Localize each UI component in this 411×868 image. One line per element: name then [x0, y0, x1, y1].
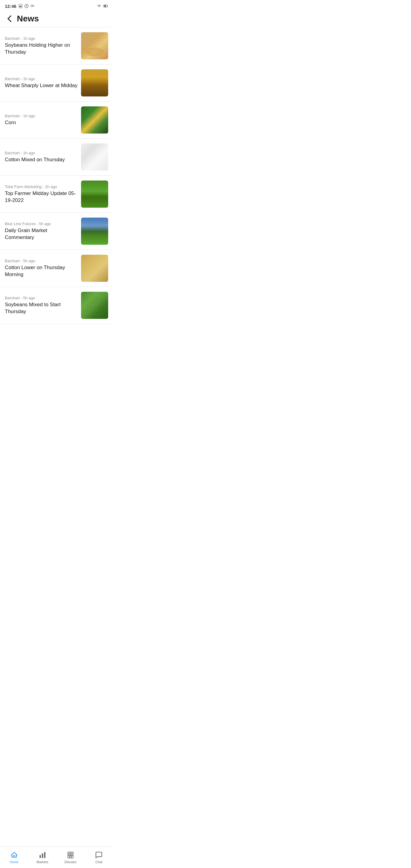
news-content-6: Blue Line Futures - 5h ago Daily Grain M…: [5, 221, 81, 241]
news-thumbnail-6: [81, 218, 108, 245]
news-item-8[interactable]: Barchart - 5h ago Soybeans Mixed to Star…: [0, 287, 113, 324]
news-title-3: Corn: [5, 119, 77, 126]
svg-rect-10: [107, 6, 108, 7]
status-bar: 12:46: [0, 0, 113, 11]
svg-point-5: [31, 5, 33, 7]
key-icon: [30, 4, 35, 8]
news-content-4: Barchart - 1h ago Cotton Mixed on Thursd…: [5, 151, 81, 163]
news-title-6: Daily Grain Market Commentary: [5, 227, 77, 241]
page-header: News: [0, 11, 113, 27]
news-image-8: [81, 292, 108, 319]
news-image-7: [81, 255, 108, 282]
news-content-3: Barchart - 1h ago Corn: [5, 114, 81, 126]
news-image-4: [81, 144, 108, 170]
news-title-4: Cotton Mixed on Thursday: [5, 156, 77, 163]
news-thumbnail-7: [81, 255, 108, 282]
news-item-5[interactable]: Total Farm Marketing - 2h ago Top Farmer…: [0, 176, 113, 213]
news-item-3[interactable]: Barchart - 1h ago Corn: [0, 101, 113, 138]
news-thumbnail-2: [81, 69, 108, 96]
news-thumbnail-1: [81, 32, 108, 59]
news-item-2[interactable]: Barchart - 1h ago Wheat Sharply Lower at…: [0, 64, 113, 101]
news-content-8: Barchart - 5h ago Soybeans Mixed to Star…: [5, 296, 81, 315]
svg-rect-1: [20, 6, 22, 7]
news-item-7[interactable]: Barchart - 5h ago Cotton Lower on Thursd…: [0, 250, 113, 287]
svg-marker-4: [26, 6, 27, 7]
news-thumbnail-4: [81, 144, 108, 170]
news-content-1: Barchart - 1h ago Soybeans Holding Highe…: [5, 36, 81, 55]
news-source-8: Barchart - 5h ago: [5, 296, 77, 300]
news-title-1: Soybeans Holding Higher on Thursday: [5, 42, 77, 55]
battery-icon: [103, 4, 108, 8]
news-title-2: Wheat Sharply Lower at Midday: [5, 82, 77, 89]
news-image-1: [81, 32, 108, 59]
news-image-5: [81, 181, 108, 208]
news-content-2: Barchart - 1h ago Wheat Sharply Lower at…: [5, 76, 81, 89]
back-button[interactable]: [5, 14, 14, 24]
status-icons: [18, 4, 35, 8]
svg-rect-11: [104, 5, 106, 7]
news-thumbnail-3: [81, 106, 108, 133]
status-right-icons: [97, 4, 108, 8]
wifi-icon: [97, 4, 101, 8]
news-list: Barchart - 1h ago Soybeans Holding Highe…: [0, 27, 113, 348]
news-source-6: Blue Line Futures - 5h ago: [5, 221, 77, 226]
news-content-5: Total Farm Marketing - 2h ago Top Farmer…: [5, 184, 81, 204]
news-item-6[interactable]: Blue Line Futures - 5h ago Daily Grain M…: [0, 213, 113, 250]
svg-marker-3: [26, 4, 27, 6]
news-title-5: Top Farmer Midday Update 05-19-2022: [5, 190, 77, 204]
sim-icon: [18, 4, 23, 8]
news-source-7: Barchart - 5h ago: [5, 258, 77, 263]
news-source-1: Barchart - 1h ago: [5, 36, 77, 41]
news-thumbnail-8: [81, 292, 108, 319]
news-content-7: Barchart - 5h ago Cotton Lower on Thursd…: [5, 258, 81, 278]
news-image-6: [81, 218, 108, 245]
news-source-5: Total Farm Marketing - 2h ago: [5, 184, 77, 189]
news-source-2: Barchart - 1h ago: [5, 76, 77, 81]
news-item-1[interactable]: Barchart - 1h ago Soybeans Holding Highe…: [0, 27, 113, 64]
nav-icon: [24, 4, 29, 8]
status-time: 12:46: [5, 4, 16, 9]
news-source-4: Barchart - 1h ago: [5, 151, 77, 155]
news-title-7: Cotton Lower on Thursday Morning: [5, 264, 77, 278]
news-item-4[interactable]: Barchart - 1h ago Cotton Mixed on Thursd…: [0, 138, 113, 176]
page-title: News: [17, 14, 39, 24]
news-image-2: [81, 69, 108, 96]
news-source-3: Barchart - 1h ago: [5, 114, 77, 118]
news-image-3: [81, 106, 108, 133]
news-title-8: Soybeans Mixed to Start Thursday: [5, 301, 77, 315]
news-thumbnail-5: [81, 181, 108, 208]
